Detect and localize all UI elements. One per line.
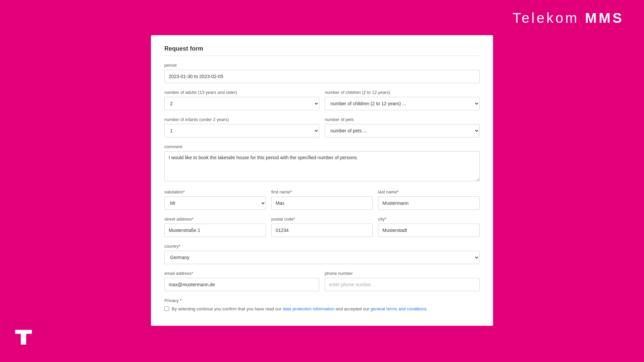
firstname-input[interactable]	[271, 196, 373, 210]
privacy-text-suffix: .	[427, 306, 428, 311]
privacy-label: Privacy *	[164, 298, 480, 303]
privacy-text-mid: and accepted our	[334, 306, 371, 311]
period-section: period	[164, 63, 480, 83]
data-protection-link[interactable]: data protection information	[283, 306, 334, 311]
salutation-select[interactable]: Mr Ms Dr	[164, 196, 266, 210]
infants-pets-row: number of infants (under 2 years) 1 0 2 …	[164, 117, 480, 137]
address-row: street address* postal code* city*	[164, 217, 480, 237]
children-col: number of children (2 to 12 years) numbe…	[325, 90, 480, 110]
privacy-text-prefix: By selecting continue you confirm that y…	[172, 306, 283, 311]
brand-name-bold: MMS	[585, 10, 624, 26]
privacy-text: By selecting continue you confirm that y…	[172, 306, 428, 312]
street-label: street address*	[164, 217, 266, 222]
adults-label: number of adults (13 years and older)	[164, 90, 319, 95]
lastname-col: last name*	[378, 189, 480, 210]
comment-label: comment	[164, 144, 480, 149]
salutation-label: salutation*	[164, 189, 266, 194]
pets-label: number of pets	[325, 117, 480, 122]
street-col: street address*	[164, 217, 266, 237]
name-row: salutation* Mr Ms Dr first name* last na…	[164, 189, 480, 210]
comment-textarea[interactable]: I would like to book the lakeside house …	[164, 151, 480, 181]
pets-select[interactable]: number of pets ... 0 1 2	[325, 124, 480, 137]
infants-col: number of infants (under 2 years) 1 0 2	[164, 117, 319, 137]
privacy-section: Privacy * By selecting continue you conf…	[164, 298, 480, 312]
footer-logo	[13, 327, 34, 349]
children-label: number of children (2 to 12 years)	[325, 90, 480, 95]
phone-input[interactable]	[325, 278, 480, 291]
period-input[interactable]	[164, 70, 480, 83]
comment-section: comment I would like to book the lakesid…	[164, 144, 480, 183]
phone-label: phone number	[325, 271, 480, 276]
infants-label: number of infants (under 2 years)	[164, 117, 319, 122]
contact-row: email address* phone number	[164, 271, 480, 291]
privacy-row: By selecting continue you confirm that y…	[164, 306, 480, 312]
period-label: period	[164, 63, 480, 68]
form-title: Request form	[164, 45, 480, 56]
infants-select[interactable]: 1 0 2	[164, 124, 319, 137]
pets-col: number of pets number of pets ... 0 1 2	[325, 117, 480, 137]
email-col: email address*	[164, 271, 319, 291]
brand-logo: Telekom MMS	[513, 10, 624, 26]
firstname-label: first name*	[271, 189, 373, 194]
form-card: Request form period number of adults (13…	[151, 35, 493, 326]
country-select[interactable]: Germany Austria Switzerland	[164, 251, 480, 264]
city-input[interactable]	[378, 224, 480, 237]
lastname-label: last name*	[378, 189, 480, 194]
phone-col: phone number	[325, 271, 480, 291]
email-input[interactable]	[164, 278, 319, 291]
salutation-col: salutation* Mr Ms Dr	[164, 189, 266, 210]
city-col: city*	[378, 217, 480, 237]
brand-name-light: Telekom	[513, 10, 585, 26]
lastname-input[interactable]	[378, 196, 480, 210]
adults-select[interactable]: 2 1 3 4	[164, 97, 319, 110]
telekom-t-icon	[13, 327, 34, 347]
country-section: country* Germany Austria Switzerland	[164, 244, 480, 264]
email-label: email address*	[164, 271, 319, 276]
city-label: city*	[378, 217, 480, 222]
privacy-checkbox[interactable]	[164, 306, 169, 311]
postal-input[interactable]	[271, 224, 373, 237]
country-label: country*	[164, 244, 480, 249]
children-select[interactable]: number of children (2 to 12 years) ... 0…	[325, 97, 480, 110]
postal-col: postal code*	[271, 217, 373, 237]
firstname-col: first name*	[271, 189, 373, 210]
adults-children-row: number of adults (13 years and older) 2 …	[164, 90, 480, 110]
street-input[interactable]	[164, 224, 266, 237]
adults-col: number of adults (13 years and older) 2 …	[164, 90, 319, 110]
terms-link[interactable]: general terms and conditions	[371, 306, 427, 311]
postal-label: postal code*	[271, 217, 373, 222]
header: Telekom MMS	[513, 10, 624, 26]
